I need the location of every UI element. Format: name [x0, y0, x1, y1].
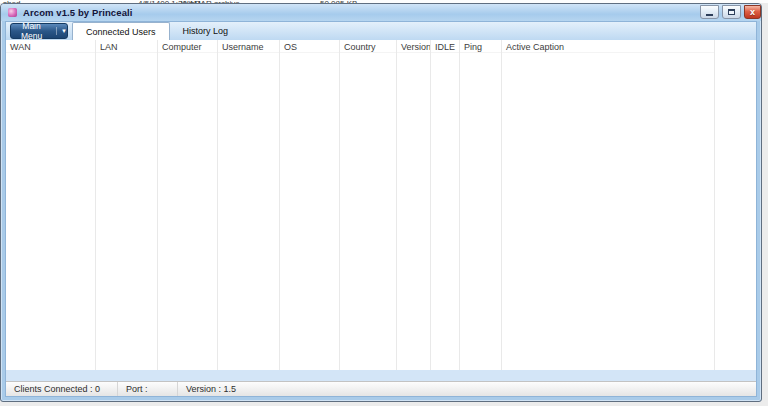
- column-header-os[interactable]: OS: [280, 40, 339, 53]
- app-icon: [8, 8, 17, 17]
- window-controls: x: [700, 5, 761, 19]
- empty-band: [6, 370, 756, 381]
- column-header-wan[interactable]: WAN: [6, 40, 95, 53]
- main-menu-label: Main Menu: [11, 21, 52, 41]
- status-panel-version: Version : 1.5: [178, 382, 756, 396]
- column-idle: IDLE: [431, 40, 460, 370]
- maximize-icon: [728, 9, 735, 15]
- column-computer: Computer: [158, 40, 218, 370]
- column-header-ping[interactable]: Ping: [460, 40, 501, 53]
- column-version: Version: [397, 40, 431, 370]
- tab-list: Connected UsersHistory Log: [72, 22, 241, 40]
- column-header-idle[interactable]: IDLE: [431, 40, 459, 53]
- close-button[interactable]: x: [744, 5, 761, 19]
- minimize-icon: [706, 14, 713, 16]
- column-filler: [715, 40, 756, 370]
- close-icon: x: [750, 6, 755, 18]
- column-header-country[interactable]: Country: [340, 40, 396, 53]
- status-panel-port: Port :: [118, 382, 178, 396]
- title-bar[interactable]: Arcom v1.5 by Princeali x: [1, 4, 761, 21]
- column-header-active-caption[interactable]: Active Caption: [502, 40, 714, 53]
- column-header-username[interactable]: Username: [218, 40, 279, 53]
- status-bar: Clients Connected : 0Port :Version : 1.5: [6, 381, 756, 396]
- chevron-down-icon: ▼: [56, 27, 67, 35]
- main-menu-button[interactable]: Main Menu ▼: [10, 23, 68, 39]
- app-window: Arcom v1.5 by Princeali x Main Menu ▼ Co…: [0, 3, 762, 402]
- tab-connected-users[interactable]: Connected Users: [72, 22, 170, 40]
- window-title: Arcom v1.5 by Princeali: [23, 7, 133, 18]
- column-header-version[interactable]: Version: [397, 40, 430, 53]
- column-country: Country: [340, 40, 397, 370]
- tab-history-log[interactable]: History Log: [170, 22, 242, 40]
- window-content: Main Menu ▼ Connected UsersHistory Log W…: [5, 21, 757, 397]
- column-active-caption: Active Caption: [502, 40, 715, 370]
- users-table: WANLANComputerUsernameOSCountryVersionID…: [6, 40, 756, 370]
- column-os: OS: [280, 40, 340, 370]
- column-wan: WAN: [6, 40, 96, 370]
- status-panel-clients-connected: Clients Connected : 0: [6, 382, 118, 396]
- column-ping: Ping: [460, 40, 502, 370]
- column-username: Username: [218, 40, 280, 370]
- tab-strip: Main Menu ▼ Connected UsersHistory Log: [6, 22, 756, 40]
- column-header-lan[interactable]: LAN: [96, 40, 157, 53]
- maximize-button[interactable]: [722, 5, 741, 19]
- minimize-button[interactable]: [700, 5, 719, 19]
- column-header-computer[interactable]: Computer: [158, 40, 217, 53]
- column-lan: LAN: [96, 40, 158, 370]
